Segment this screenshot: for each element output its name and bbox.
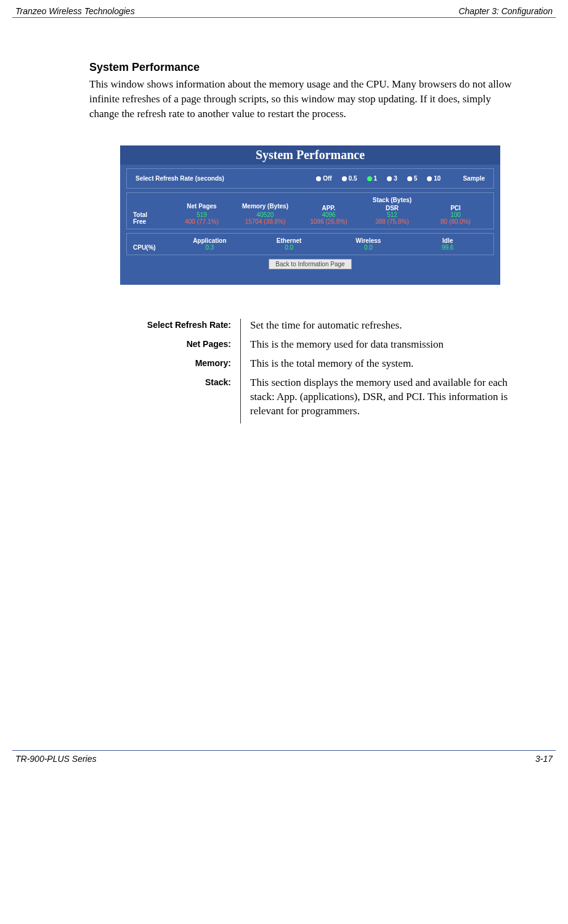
total-row: Total 519 40520 4096 512 100 <box>133 211 487 218</box>
free-app: 1096 (26.8%) <box>297 218 360 225</box>
total-net: 519 <box>170 211 233 218</box>
system-performance-panel: System Performance Select Refresh Rate (… <box>120 145 500 285</box>
app-header: APP. <box>297 205 360 211</box>
page-header: Tranzeo Wireless Technologies Chapter 3:… <box>12 6 556 17</box>
section-heading: System Performance <box>89 61 519 74</box>
def-label-memory: Memory: <box>114 357 231 376</box>
radio-icon <box>427 176 432 181</box>
total-dsr: 512 <box>360 211 424 218</box>
refresh-off[interactable]: Off <box>316 175 331 182</box>
vertical-divider <box>240 319 241 423</box>
back-button[interactable]: Back to Information Page <box>269 259 351 269</box>
def-value-stack: This section displays the memory used an… <box>250 376 519 423</box>
def-value-netpages: This is the memory used for data transmi… <box>250 338 519 357</box>
free-row: Free 400 (77.1%) 15704 (38.8%) 1096 (26.… <box>133 218 487 225</box>
header-divider <box>12 17 556 18</box>
radio-icon <box>387 176 392 181</box>
page: Tranzeo Wireless Technologies Chapter 3:… <box>0 0 568 776</box>
refresh-10[interactable]: 10 <box>427 175 440 182</box>
back-button-row: Back to Information Page <box>120 259 500 269</box>
header-left: Tranzeo Wireless Technologies <box>15 6 135 16</box>
total-mem: 40520 <box>233 211 297 218</box>
cpu-application-header: Application <box>170 237 250 244</box>
sample-label: Sample <box>463 175 485 182</box>
pci-header: PCI <box>424 205 487 211</box>
def-value-refresh: Set the time for automatic refreshes. <box>250 319 519 338</box>
radio-icon <box>316 176 321 181</box>
cpu-header-row: Application Ethernet Wireless Idle <box>133 237 487 244</box>
cpu-data-row: CPU(%) 0.3 0.0 0.0 99.6 <box>133 244 487 251</box>
cpu-application: 0.3 <box>170 244 250 251</box>
free-mem: 15704 (38.8%) <box>233 218 297 225</box>
refresh-row: Select Refresh Rate (seconds) Off 0.5 1 … <box>133 173 487 184</box>
total-pci: 100 <box>424 211 487 218</box>
memory-header: Memory (Bytes) <box>233 197 297 211</box>
refresh-label: Select Refresh Rate (seconds) <box>136 175 224 182</box>
def-value-memory: This is the total memory of the system. <box>250 357 519 376</box>
cpu-ethernet-header: Ethernet <box>250 237 329 244</box>
cpu-ethernet: 0.0 <box>250 244 329 251</box>
def-label-netpages: Net Pages: <box>114 338 231 357</box>
cpu-row-label: CPU(%) <box>133 244 170 251</box>
refresh-5[interactable]: 5 <box>407 175 418 182</box>
cpu-wireless: 0.0 <box>329 244 408 251</box>
refresh-1[interactable]: 1 <box>367 175 378 182</box>
footer-left: TR-900-PLUS Series <box>15 754 97 764</box>
cpu-wireless-header: Wireless <box>329 237 408 244</box>
cpu-panel: Application Ethernet Wireless Idle CPU(%… <box>126 233 494 255</box>
free-label: Free <box>133 218 170 225</box>
stack-group: Stack (Bytes) APP. DSR PCI <box>297 197 487 211</box>
total-label: Total <box>133 211 170 218</box>
content-area: System Performance This window shows inf… <box>89 61 519 423</box>
page-footer: TR-900-PLUS Series 3-17 <box>12 750 556 764</box>
radio-icon <box>342 176 347 181</box>
def-label-refresh: Select Refresh Rate: <box>114 319 231 338</box>
definitions-table: Select Refresh Rate: Set the time for au… <box>114 319 519 423</box>
memory-panel: Net Pages Memory (Bytes) Stack (Bytes) A… <box>126 192 494 229</box>
free-dsr: 388 (75.8%) <box>360 218 424 225</box>
panel-title: System Performance <box>120 145 500 165</box>
dsr-header: DSR <box>360 205 424 211</box>
radio-icon <box>367 176 372 181</box>
footer-right: 3-17 <box>535 754 553 764</box>
refresh-options: Off 0.5 1 3 5 10 Sample <box>316 175 485 182</box>
stack-group-label: Stack (Bytes) <box>297 197 487 203</box>
cpu-idle: 99.6 <box>408 244 487 251</box>
free-net: 400 (77.1%) <box>170 218 233 225</box>
mem-header-wrap: Net Pages Memory (Bytes) Stack (Bytes) A… <box>133 197 487 211</box>
section-body: This window shows information about the … <box>89 77 519 121</box>
cpu-idle-header: Idle <box>408 237 487 244</box>
refresh-0-5[interactable]: 0.5 <box>342 175 357 182</box>
refresh-rate-panel: Select Refresh Rate (seconds) Off 0.5 1 … <box>126 168 494 189</box>
free-pci: 80 (80.0%) <box>424 218 487 225</box>
radio-icon <box>407 176 412 181</box>
header-right: Chapter 3: Configuration <box>458 6 553 16</box>
net-pages-header: Net Pages <box>170 197 233 211</box>
total-app: 4096 <box>297 211 360 218</box>
refresh-3[interactable]: 3 <box>387 175 397 182</box>
def-label-stack: Stack: <box>114 376 231 423</box>
